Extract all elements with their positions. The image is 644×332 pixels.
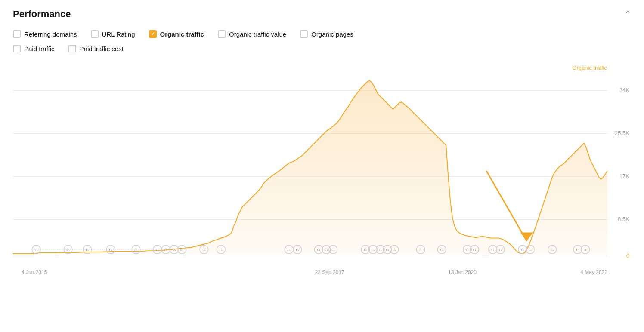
filter-label-organic-traffic: Organic traffic <box>160 31 204 38</box>
svg-text:G: G <box>364 248 367 252</box>
collapse-icon[interactable]: ⌃ <box>625 9 631 19</box>
filter-label-paid-traffic: Paid traffic <box>24 45 55 52</box>
checkbox-organic-pages[interactable] <box>300 30 308 38</box>
y-label-8k: 8.5K <box>618 216 629 222</box>
filter-referring-domains[interactable]: Referring domains <box>13 30 77 38</box>
checkbox-referring-domains[interactable] <box>13 30 21 38</box>
filter-paid-traffic-cost[interactable]: Paid traffic cost <box>68 45 124 52</box>
svg-text:G: G <box>220 248 223 252</box>
annotation-arrow-line <box>486 171 527 241</box>
chart-area-fill <box>13 81 607 254</box>
svg-text:G: G <box>491 248 494 252</box>
svg-text:G: G <box>466 248 469 252</box>
svg-text:G: G <box>288 248 291 252</box>
filter-organic-traffic-value[interactable]: Organic traffic value <box>218 30 286 38</box>
svg-text:G: G <box>393 248 396 252</box>
page-title: Performance <box>13 9 71 20</box>
y-label-25k: 25.5K <box>615 130 629 136</box>
svg-text:G: G <box>296 248 299 252</box>
filter-organic-traffic[interactable]: Organic traffic <box>149 30 204 38</box>
filter-row-2: Paid traffic Paid traffic cost <box>13 45 631 52</box>
svg-text:G: G <box>109 248 112 252</box>
filter-label-organic-pages: Organic pages <box>311 31 353 38</box>
svg-text:G: G <box>202 248 205 252</box>
filter-label-referring-domains: Referring domains <box>24 31 77 38</box>
filter-url-rating[interactable]: URL Rating <box>91 30 135 38</box>
y-label-0: 0 <box>626 252 629 259</box>
checkbox-organic-traffic-value[interactable] <box>218 30 226 38</box>
svg-text:G: G <box>521 248 524 252</box>
filter-paid-traffic[interactable]: Paid traffic <box>13 45 55 52</box>
checkbox-paid-traffic[interactable] <box>13 45 21 52</box>
x-label-2015: 4 Jun 2015 <box>22 269 47 275</box>
svg-text:a: a <box>420 248 422 252</box>
checkbox-url-rating[interactable] <box>91 30 99 38</box>
svg-text:G: G <box>440 248 443 252</box>
section-header: Performance ⌃ <box>13 9 631 20</box>
svg-text:G: G <box>164 248 167 252</box>
chart-svg: G G G G G G G G G <box>13 65 607 256</box>
performance-chart: Organic traffic 34K 25.5K 17K 8.5K 0 <box>13 65 631 280</box>
svg-text:G: G <box>576 248 579 252</box>
svg-text:G: G <box>473 248 476 252</box>
x-label-2020: 13 Jan 2020 <box>448 269 477 275</box>
y-label-17k: 17K <box>619 173 629 179</box>
svg-text:G: G <box>379 248 382 252</box>
checkbox-organic-traffic[interactable] <box>149 30 157 38</box>
svg-text:G: G <box>86 248 89 252</box>
svg-text:G: G <box>35 248 38 252</box>
svg-text:G: G <box>156 248 159 252</box>
svg-text:G: G <box>67 248 70 252</box>
svg-text:a: a <box>584 248 586 252</box>
svg-text:G: G <box>529 248 532 252</box>
x-label-2022: 4 May 2022 <box>580 269 607 275</box>
svg-text:G: G <box>551 248 554 252</box>
chart-svg-wrapper: G G G G G G G G G <box>13 65 607 256</box>
filter-organic-pages[interactable]: Organic pages <box>300 30 353 38</box>
svg-text:G: G <box>372 248 375 252</box>
svg-text:G: G <box>499 248 502 252</box>
grid-line-0 <box>13 256 607 256</box>
y-label-34k: 34K <box>619 87 629 93</box>
x-label-2017: 23 Sep 2017 <box>315 269 344 275</box>
svg-text:G: G <box>173 248 176 252</box>
filter-label-organic-traffic-value: Organic traffic value <box>229 31 286 38</box>
checkbox-paid-traffic-cost[interactable] <box>68 45 76 52</box>
filter-label-url-rating: URL Rating <box>102 31 135 38</box>
svg-text:G: G <box>317 248 320 252</box>
filter-row-1: Referring domains URL Rating Organic tra… <box>13 30 631 38</box>
svg-text:G: G <box>135 248 138 252</box>
svg-text:G: G <box>180 248 183 252</box>
filter-label-paid-traffic-cost: Paid traffic cost <box>80 45 124 52</box>
svg-text:G: G <box>331 248 334 252</box>
x-axis-labels: 4 Jun 2015 23 Sep 2017 13 Jan 2020 4 May… <box>22 269 607 275</box>
svg-text:G: G <box>325 248 328 252</box>
svg-text:G: G <box>386 248 389 252</box>
